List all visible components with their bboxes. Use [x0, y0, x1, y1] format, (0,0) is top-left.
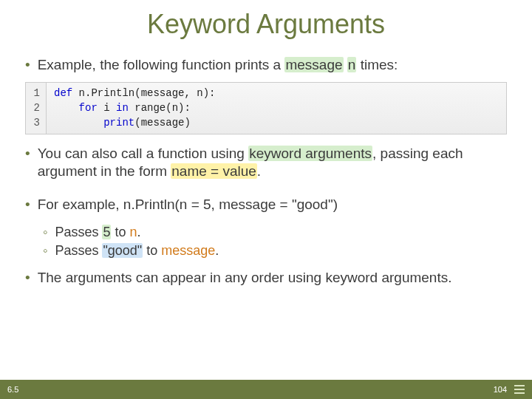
code-keyword: def: [54, 87, 72, 99]
code-block: 1 2 3 def n.Println(message, n): for i i…: [25, 82, 507, 134]
text-fragment: times:: [356, 57, 398, 72]
page-title: Keyword Arguments: [0, 9, 532, 40]
sub-bullet-passes-good: ◦ Passes "good" to message.: [43, 243, 507, 259]
bullet-text: You can also call a function using keywo…: [38, 145, 507, 181]
ring-bullet-icon: ◦: [43, 243, 47, 259]
code-keyword: in: [116, 102, 129, 114]
bullet-dot-icon: •: [25, 269, 30, 287]
sub-bullet-text: Passes "good" to message.: [55, 243, 219, 259]
text-fragment: You can also call a function using: [38, 146, 249, 161]
highlight-value: "good": [102, 243, 143, 258]
page-number: 104: [494, 385, 507, 394]
text-fragment: .: [215, 243, 219, 258]
code-text: n.Println(message, n):: [72, 87, 215, 99]
highlight-value: 5: [102, 225, 111, 239]
line-number: 1: [32, 86, 40, 100]
footer-bar: 6.5 104: [0, 380, 532, 399]
text-fragment: Passes: [55, 225, 102, 239]
highlight-keyword-arguments: keyword arguments: [248, 146, 372, 161]
bullet-text: For example, n.Println(n = 5, message = …: [38, 196, 507, 214]
footer-right: 104: [494, 385, 525, 394]
text-fragment: .: [137, 225, 140, 239]
param-name: message: [161, 243, 215, 258]
code-keyword: for: [79, 102, 98, 114]
bullet-text: The arguments can appear in any order us…: [38, 269, 507, 287]
code-indent: [54, 117, 103, 129]
text-fragment: Passes: [55, 243, 102, 258]
line-number: 3: [32, 115, 40, 130]
sub-bullet-text: Passes 5 to n.: [55, 225, 140, 240]
bullet-dot-icon: •: [25, 56, 30, 75]
bullet-dot-icon: •: [25, 145, 30, 181]
text-fragment: Example, the following function prints a: [38, 57, 285, 72]
ring-bullet-icon: ◦: [43, 225, 47, 240]
bullet-keyword-args: • You can also call a function using key…: [25, 145, 507, 181]
highlight-message: message: [284, 57, 343, 72]
code-indent: [54, 102, 79, 114]
slide: Keyword Arguments • Example, the followi…: [0, 0, 532, 399]
text-fragment: to: [111, 225, 129, 239]
sub-bullet-passes-5: ◦ Passes 5 to n.: [43, 225, 507, 240]
code-text: i: [98, 102, 116, 114]
text-fragment: .: [257, 163, 261, 179]
line-number-gutter: 1 2 3: [26, 83, 47, 134]
bullet-dot-icon: •: [25, 196, 30, 214]
code-content: def n.Println(message, n): for i in rang…: [47, 83, 222, 134]
highlight-name-value: name = value: [171, 163, 257, 179]
bullet-example: • Example, the following function prints…: [25, 56, 507, 75]
highlight-n: n: [347, 57, 357, 72]
bullet-text: Example, the following function prints a…: [38, 56, 507, 75]
menu-icon[interactable]: [514, 385, 525, 394]
footer-section: 6.5: [7, 385, 18, 394]
param-name: n: [129, 225, 137, 239]
code-keyword: print: [103, 117, 134, 129]
code-text: range(n):: [129, 102, 191, 114]
bullet-any-order: • The arguments can appear in any order …: [25, 269, 507, 287]
content-area: • Example, the following function prints…: [0, 56, 532, 287]
line-number: 2: [32, 100, 40, 115]
bullet-for-example: • For example, n.Println(n = 5, message …: [25, 196, 507, 214]
code-text: (message): [134, 117, 191, 129]
text-fragment: to: [143, 243, 161, 258]
